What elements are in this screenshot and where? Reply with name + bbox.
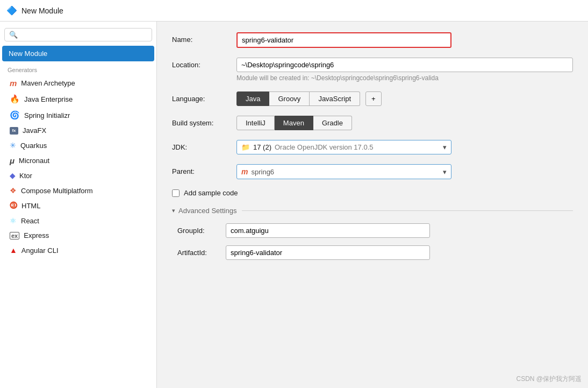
maven-icon: m <box>10 79 17 88</box>
name-label: Name: <box>172 32 231 44</box>
content-area: 🔍 New Module Generators m Maven Archetyp… <box>0 22 588 388</box>
language-row: Language: Java Groovy JavaScript + <box>172 91 573 106</box>
search-icon: 🔍 <box>9 31 18 39</box>
advanced-settings-header: ▾ Advanced Settings <box>172 207 573 215</box>
build-system-control: IntelliJ Maven Gradle <box>236 116 573 130</box>
language-label: Language: <box>172 91 231 103</box>
advanced-settings-label: Advanced Settings <box>178 207 236 215</box>
micronaut-icon: μ <box>10 156 15 165</box>
sidebar-item-new-module[interactable]: New Module <box>2 46 154 61</box>
sidebar-item-quarkus[interactable]: ✳ Quarkus <box>2 138 154 153</box>
language-javascript-button[interactable]: JavaScript <box>310 91 360 106</box>
jdk-row: JDK: 📁 17 (2) Oracle OpenJDK version 17.… <box>172 140 573 154</box>
name-row: Name: <box>172 32 573 48</box>
sidebar-item-label: Quarkus <box>20 142 47 150</box>
jdk-chevron-icon <box>443 143 447 151</box>
react-icon: ⚛ <box>10 216 17 225</box>
sidebar: 🔍 New Module Generators m Maven Archetyp… <box>0 22 157 388</box>
parent-label: Parent: <box>172 164 231 175</box>
build-gradle-button[interactable]: Gradle <box>313 116 352 130</box>
name-control <box>236 32 573 48</box>
sidebar-item-java-enterprise[interactable]: 🔥 Java Enterprise <box>2 91 154 107</box>
parent-chevron-icon <box>443 168 447 176</box>
build-intellij-button[interactable]: IntelliJ <box>236 116 275 130</box>
jdk-control: 📁 17 (2) Oracle OpenJDK version 17.0.5 <box>236 140 573 154</box>
language-btn-group: Java Groovy JavaScript <box>236 91 360 106</box>
sidebar-item-label: Java Enterprise <box>24 95 73 103</box>
express-icon: ex <box>10 232 19 239</box>
artifact-id-row: ArtifactId: <box>172 245 573 260</box>
sidebar-item-react[interactable]: ⚛ React <box>2 213 154 228</box>
parent-control: m spring6 <box>236 164 573 179</box>
sidebar-item-label: React <box>21 217 39 225</box>
add-sample-code-checkbox[interactable] <box>172 189 180 197</box>
sidebar-item-label: Express <box>24 231 49 239</box>
group-id-input[interactable] <box>226 223 430 238</box>
build-maven-button[interactable]: Maven <box>275 116 313 130</box>
search-input[interactable] <box>21 31 147 39</box>
location-label: Location: <box>172 58 231 69</box>
sidebar-item-label: Angular CLI <box>21 246 59 255</box>
sidebar-item-label: Spring Initializr <box>24 111 70 119</box>
location-hint: Module will be created in: ~\Desktop\spr… <box>236 74 573 82</box>
jdk-dropdown-value: 📁 17 (2) Oracle OpenJDK version 17.0.5 <box>241 143 443 151</box>
advanced-settings-chevron-icon: ▾ <box>172 207 175 214</box>
sidebar-item-ktor[interactable]: ◆ Ktor <box>2 168 154 183</box>
sidebar-item-express[interactable]: ex Express <box>2 228 154 243</box>
language-control: Java Groovy JavaScript + <box>236 91 573 106</box>
build-system-label: Build system: <box>172 116 231 127</box>
parent-row: Parent: m spring6 <box>172 164 573 179</box>
sidebar-item-javafx[interactable]: fx JavaFX <box>2 123 154 138</box>
angular-icon: ▲ <box>10 246 17 255</box>
add-sample-code-row: Add sample code <box>172 189 573 197</box>
sidebar-item-micronaut[interactable]: μ Micronaut <box>2 153 154 168</box>
sidebar-item-label: Micronaut <box>19 157 49 165</box>
sidebar-item-label: Maven Archetype <box>21 79 75 87</box>
sidebar-item-html[interactable]: ⓷ HTML <box>2 198 154 213</box>
artifact-id-input[interactable] <box>226 245 430 260</box>
html-icon: ⓷ <box>10 201 17 210</box>
language-add-button[interactable]: + <box>365 91 382 106</box>
name-input[interactable] <box>238 33 450 47</box>
location-control: Module will be created in: ~\Desktop\spr… <box>236 58 573 82</box>
sidebar-item-angular-cli[interactable]: ▲ Angular CLI <box>2 243 154 258</box>
location-row: Location: Module will be created in: ~\D… <box>172 58 573 82</box>
build-system-row: Build system: IntelliJ Maven Gradle <box>172 116 573 130</box>
group-id-row: GroupId: <box>172 223 573 238</box>
add-sample-code-label: Add sample code <box>184 189 238 197</box>
search-box[interactable]: 🔍 <box>4 28 152 41</box>
sidebar-item-label: Compose Multiplatform <box>21 187 93 195</box>
sidebar-item-maven-archetype[interactable]: m Maven Archetype <box>2 75 154 91</box>
java-enterprise-icon: 🔥 <box>10 94 20 104</box>
jdk-version: 17 (2) <box>253 143 271 151</box>
sidebar-item-compose-multiplatform[interactable]: ❖ Compose Multiplatform <box>2 183 154 198</box>
spring-icon: 🌀 <box>10 110 20 120</box>
jdk-dropdown[interactable]: 📁 17 (2) Oracle OpenJDK version 17.0.5 <box>236 140 451 154</box>
location-input[interactable] <box>236 58 573 72</box>
compose-icon: ❖ <box>10 186 17 195</box>
parent-dropdown[interactable]: m spring6 <box>236 164 451 179</box>
dialog-title: New Module <box>21 6 63 15</box>
dialog-icon: 🔷 <box>6 5 17 16</box>
sidebar-section-generators: Generators <box>0 61 156 75</box>
sidebar-item-label: HTML <box>21 202 40 210</box>
parent-value: spring6 <box>251 168 274 176</box>
group-id-label: GroupId: <box>177 227 220 235</box>
jdk-label: JDK: <box>172 140 231 151</box>
jdk-folder-icon: 📁 <box>241 143 250 151</box>
sidebar-item-spring-initializr[interactable]: 🌀 Spring Initializr <box>2 107 154 123</box>
ktor-icon: ◆ <box>10 172 15 180</box>
advanced-settings-divider <box>242 210 573 211</box>
sidebar-item-label: Ktor <box>19 172 32 180</box>
sidebar-selected-label: New Module <box>9 50 47 58</box>
watermark: CSDN @保护我方阿遥 <box>516 375 582 384</box>
quarkus-icon: ✳ <box>10 141 16 150</box>
new-module-dialog: 🔷 New Module 🔍 New Module Generators m M… <box>0 0 588 388</box>
language-groovy-button[interactable]: Groovy <box>269 91 310 106</box>
language-java-button[interactable]: Java <box>236 91 269 106</box>
build-system-btn-group: IntelliJ Maven Gradle <box>236 116 573 130</box>
javafx-icon: fx <box>10 127 18 135</box>
title-bar: 🔷 New Module <box>0 0 588 22</box>
jdk-description: Oracle OpenJDK version 17.0.5 <box>275 143 374 151</box>
artifact-id-label: ArtifactId: <box>177 249 220 257</box>
